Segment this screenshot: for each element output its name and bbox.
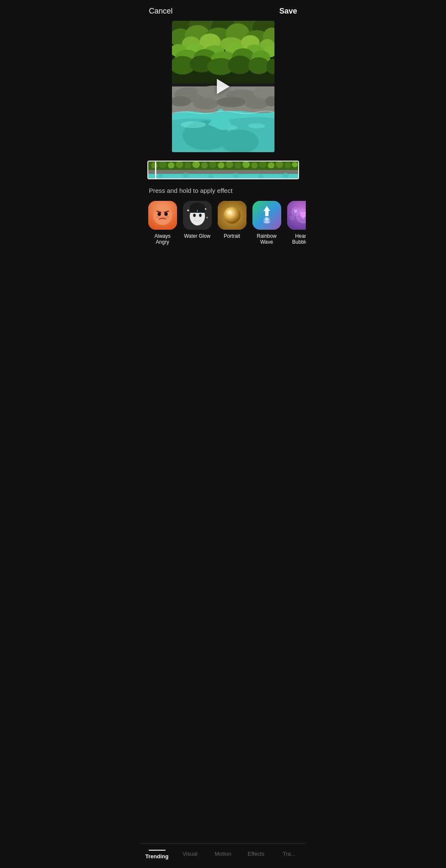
svg-point-85: [166, 216, 170, 218]
svg-point-70: [284, 162, 291, 169]
instruction-text: Press and hold to apply effect: [141, 187, 306, 201]
timeline-container: [141, 161, 306, 179]
effect-item-portrait[interactable]: Portrait: [217, 201, 247, 245]
svg-point-64: [234, 162, 241, 169]
play-button[interactable]: [217, 79, 230, 94]
svg-point-32: [228, 56, 252, 74]
svg-text:✦: ✦: [206, 216, 208, 219]
timeline-frames: [148, 161, 298, 178]
svg-point-98: [224, 207, 241, 224]
effect-icon-always-angry: [148, 201, 177, 230]
effect-icon-water-glow: ✦ ✦ ✦: [183, 201, 212, 230]
svg-point-66: [251, 162, 258, 169]
timeline-cursor[interactable]: [155, 161, 156, 178]
effect-item-rainbow-wave[interactable]: RainbowWave: [252, 201, 282, 245]
effect-icon-heart-bubbles: [287, 201, 306, 230]
svg-point-54: [151, 162, 158, 169]
svg-point-58: [184, 162, 191, 169]
effect-item-heart-bubbles[interactable]: HeartBubbles: [286, 201, 306, 245]
effect-label-portrait: Portrait: [224, 233, 240, 239]
effects-row: AlwaysAngry ✦ ✦ ✦: [141, 201, 306, 245]
svg-point-56: [168, 162, 175, 169]
effect-icon-rainbow-wave: [252, 201, 281, 230]
effect-label-rainbow-wave: RainbowWave: [257, 233, 277, 245]
svg-point-77: [283, 172, 288, 178]
svg-point-92: [193, 214, 196, 217]
svg-point-79: [153, 206, 172, 225]
effect-label-heart-bubbles: HeartBubbles: [292, 233, 306, 245]
svg-text:✦: ✦: [204, 207, 207, 211]
svg-point-50: [248, 123, 265, 128]
svg-point-68: [268, 162, 274, 169]
svg-point-93: [199, 214, 202, 217]
effect-item-always-angry[interactable]: AlwaysAngry: [147, 201, 178, 245]
svg-text:✦: ✦: [186, 208, 190, 213]
effect-icon-portrait: [218, 201, 247, 230]
svg-rect-52: [148, 170, 298, 174]
svg-point-75: [233, 172, 238, 178]
svg-point-72: [158, 174, 163, 178]
svg-point-99: [227, 211, 232, 214]
timeline-strip[interactable]: [147, 161, 299, 179]
svg-point-33: [248, 57, 269, 74]
svg-point-60: [201, 162, 208, 169]
svg-point-73: [183, 172, 188, 178]
svg-point-74: [208, 174, 213, 178]
save-button[interactable]: Save: [279, 7, 297, 16]
svg-point-44: [245, 98, 269, 109]
svg-rect-53: [148, 174, 298, 178]
svg-point-107: [290, 216, 294, 220]
effect-label-water-glow: Water Glow: [184, 233, 210, 239]
svg-point-84: [155, 216, 160, 218]
svg-point-43: [216, 97, 246, 107]
svg-point-48: [180, 121, 206, 128]
svg-point-71: [292, 162, 298, 167]
svg-point-62: [218, 162, 224, 169]
cancel-button[interactable]: Cancel: [149, 7, 173, 16]
header: Cancel Save: [141, 0, 306, 21]
effect-item-water-glow[interactable]: ✦ ✦ ✦ Water Glow: [182, 201, 213, 245]
svg-point-76: [258, 174, 263, 178]
svg-point-103: [265, 217, 269, 221]
effect-label-always-angry: AlwaysAngry: [154, 233, 170, 245]
video-preview[interactable]: [172, 21, 274, 152]
svg-point-42: [193, 97, 219, 109]
